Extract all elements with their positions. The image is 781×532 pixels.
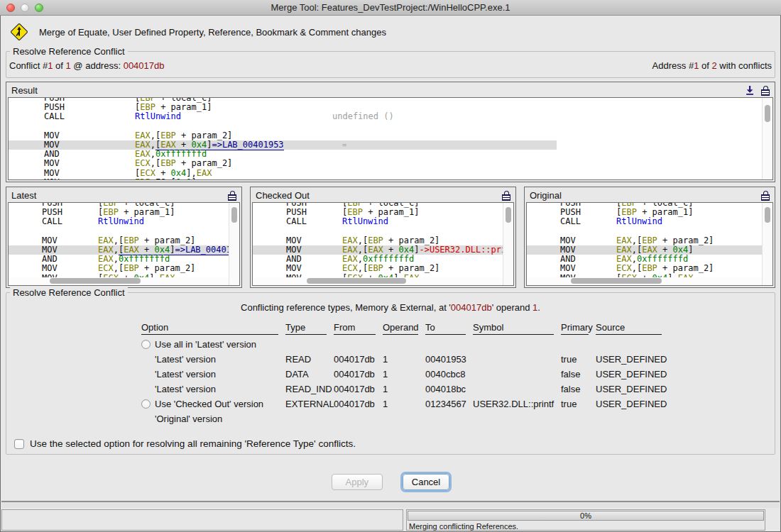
operands: RtlUnwind <box>616 217 662 226</box>
scrollbar-thumb[interactable] <box>307 278 406 284</box>
cell-source: USER_DEFINED <box>596 399 681 409</box>
radio-button[interactable] <box>141 399 151 409</box>
eol-mark: = <box>342 140 346 150</box>
conflict-info-panel: Resolve Reference Conflict Conflict #1 o… <box>6 51 775 78</box>
code-line[interactable]: CALLRtlUnwind <box>9 217 239 226</box>
horizontal-scrollbar[interactable] <box>9 277 229 285</box>
lock-icon[interactable] <box>761 194 770 201</box>
conflict-panel-legend: Resolve Reference Conflict <box>10 46 128 57</box>
download-icon[interactable] <box>745 85 755 96</box>
column-header: Option <box>141 322 278 335</box>
mnemonic: MOV <box>560 236 576 245</box>
close-window-button[interactable] <box>6 4 15 12</box>
resolution-option[interactable]: Use 'Checked Out' version <box>141 399 285 409</box>
code-line[interactable]: MOVEAX,[EBP + param_2] <box>9 236 239 245</box>
latest-panel-title: Latest <box>11 190 36 201</box>
conflict-counter: Conflict #1 of 1 @ address: 004017db <box>9 60 165 71</box>
mnemonic: CALL <box>560 217 581 226</box>
latest-listing[interactable]: PUSH[EBP + local_c]PUSH[EBP + param_1]CA… <box>8 202 240 286</box>
reference-table-row: 'Latest' versionREAD004017db100401953tru… <box>141 352 775 367</box>
cell-primary: false <box>561 369 596 379</box>
original-panel: Original PUSH[EBP + local_c]PUSH[EBP + p… <box>524 187 775 288</box>
cell-operand: 1 <box>383 384 425 394</box>
column-header: Type <box>285 322 327 335</box>
vertical-scrollbar[interactable] <box>762 98 772 179</box>
original-listing[interactable]: PUSH[EBP + local_c]PUSH[EBP + param_1]CA… <box>526 202 773 286</box>
scrollbar-thumb[interactable] <box>506 207 511 223</box>
merge-tool-window: { "window": { "title": "Merge Tool: Feat… <box>0 0 781 532</box>
cell-from: 004017db <box>334 369 383 379</box>
lock-icon[interactable] <box>761 89 770 96</box>
cell-operand: 1 <box>383 354 425 365</box>
code-line[interactable]: CALLRtlUnwind <box>527 217 772 226</box>
cell-from: 004017db <box>334 354 383 365</box>
code-line-highlighted[interactable]: MOVEAX,[EAX + 0x4]=>LAB_00401953= <box>9 140 557 150</box>
original-panel-title: Original <box>530 190 562 201</box>
lock-icon[interactable] <box>502 194 510 201</box>
code-line[interactable] <box>9 122 772 131</box>
code-line[interactable]: CALLRtlUnwindundefined () <box>9 112 772 121</box>
code-line[interactable]: ANDEAX,0xfffffffd <box>9 150 772 159</box>
cell-type: DATA <box>285 369 334 379</box>
result-listing[interactable]: PUSH[EBP + local_c]PUSH[EBP + param_1]CA… <box>8 97 773 180</box>
reference-table: Option Type From Operand To Symbol Prima… <box>141 322 775 426</box>
banner-text: Merge of Equate, User Defined Property, … <box>39 27 386 38</box>
conflict-caption: Conflicting reference types, Memory & Ex… <box>6 302 775 313</box>
checked-out-listing[interactable]: PUSH[EBP + local_c]PUSH[EBP + param_1]CA… <box>252 202 514 286</box>
use-for-all-checkbox[interactable] <box>14 439 24 449</box>
mnemonic: MOV <box>42 264 58 273</box>
resolution-option[interactable]: Use all in 'Latest' version <box>141 339 285 350</box>
operands: RtlUnwind <box>98 217 144 226</box>
code-line[interactable]: MOVEDI,ES:[0x0] <box>9 178 772 180</box>
cancel-button[interactable]: Cancel <box>403 474 449 490</box>
progress-bar: 0% <box>408 511 764 521</box>
code-line[interactable]: MOV[ECX + 0x4],EAX <box>9 169 772 178</box>
minimize-window-button[interactable] <box>21 4 29 12</box>
scrollbar-thumb[interactable] <box>765 207 770 223</box>
horizontal-scrollbar[interactable] <box>253 277 503 285</box>
version-label: 'Latest' version <box>141 369 285 379</box>
cell-type: EXTERNAL <box>285 399 334 409</box>
conflict-address: 004017db <box>124 60 165 71</box>
cell-source: USER_DEFINED <box>596 384 681 394</box>
scrollbar-thumb[interactable] <box>231 207 237 223</box>
merge-sign-icon <box>10 23 28 41</box>
radio-button[interactable] <box>141 340 151 349</box>
title-bar: Merge Tool: Features_DevTestProject:/Win… <box>0 0 781 16</box>
vertical-scrollbar[interactable] <box>503 203 513 285</box>
cell-to: 00401953 <box>425 354 473 365</box>
code-line[interactable]: CALLRtlUnwind <box>253 217 513 226</box>
mnemonic: CALL <box>286 217 307 226</box>
horizontal-scrollbar[interactable] <box>527 277 762 285</box>
version-label: 'Latest' version <box>141 354 285 365</box>
mnemonic: MOV <box>44 169 60 178</box>
cell-source: USER_DEFINED <box>596 354 681 365</box>
mnemonic: MOV <box>286 264 302 273</box>
cell-type: READ <box>285 354 334 365</box>
vertical-scrollbar[interactable] <box>762 203 772 285</box>
reference-table-row: Use all in 'Latest' version <box>141 337 775 352</box>
function-signature-label: undefined () <box>332 112 394 121</box>
scrollbar-thumb[interactable] <box>765 105 770 122</box>
status-message: Merging conflicting References. <box>407 521 765 531</box>
zoom-window-button[interactable] <box>35 4 43 12</box>
scrollbar-thumb[interactable] <box>571 278 662 284</box>
operands: EDI,ES:[0x0] <box>135 178 197 180</box>
code-line[interactable]: PUSH[EBP + local_c] <box>9 97 772 103</box>
mnemonic: MOV <box>42 236 58 245</box>
status-left-field <box>1 509 403 531</box>
mnemonic: MOV <box>286 236 302 245</box>
vertical-scrollbar[interactable] <box>229 203 239 285</box>
checked-out-panel-title: Checked Out <box>256 190 310 201</box>
scrollbar-thumb[interactable] <box>50 278 141 284</box>
code-line[interactable]: MOVECX,[EBP + param_2] <box>9 159 772 168</box>
address-counter: Address #1 of 2 with conflicts <box>652 60 772 71</box>
code-line[interactable]: MOVEAX,[EBP + param_2] <box>9 131 772 140</box>
lock-icon[interactable] <box>228 194 236 201</box>
window-title: Merge Tool: Features_DevTestProject:/Win… <box>0 0 781 15</box>
apply-button[interactable]: Apply <box>332 474 383 490</box>
cell-primary: false <box>561 384 596 394</box>
reference-table-row: 'Latest' versionREAD_IND004017db1004018b… <box>141 382 775 397</box>
reference-table-header: Option Type From Operand To Symbol Prima… <box>141 322 775 335</box>
mnemonic: MOV <box>44 178 60 180</box>
